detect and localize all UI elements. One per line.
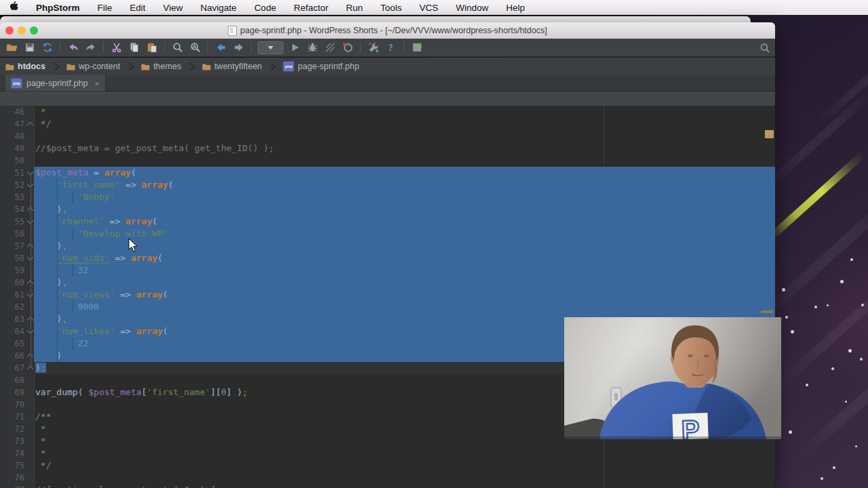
- save-icon[interactable]: [23, 41, 36, 54]
- menu-view[interactable]: View: [163, 3, 183, 13]
- run-config-dropdown[interactable]: [258, 41, 283, 54]
- commit-icon[interactable]: [410, 41, 423, 54]
- menu-file[interactable]: File: [98, 3, 113, 13]
- line-number[interactable]: 69: [0, 386, 24, 399]
- line-number[interactable]: 60: [0, 277, 24, 289]
- line-number[interactable]: 65: [0, 338, 24, 350]
- line-number[interactable]: 59: [0, 264, 24, 277]
- sync-icon[interactable]: [41, 41, 54, 54]
- menu-help[interactable]: Help: [506, 3, 525, 13]
- line-number[interactable]: 64: [0, 325, 24, 338]
- line-number[interactable]: 51: [0, 167, 24, 179]
- run-icon[interactable]: [288, 41, 301, 54]
- code-line-59[interactable]: 59 32: [0, 264, 775, 277]
- code-line-77[interactable]: 77//function clean_post_meta( $a ) {: [0, 484, 775, 488]
- menu-edit[interactable]: Edit: [130, 3, 145, 13]
- line-number[interactable]: 47: [0, 118, 24, 130]
- line-number[interactable]: 49: [0, 142, 24, 155]
- code-line-46[interactable]: 46 *: [0, 106, 775, 118]
- find-icon[interactable]: [171, 41, 184, 54]
- breadcrumb-page-sprintf.php[interactable]: phppage-sprintf.php: [283, 61, 359, 72]
- profile-icon[interactable]: [341, 41, 354, 54]
- line-number[interactable]: 55: [0, 216, 24, 228]
- code-line-74[interactable]: 74 *: [0, 447, 775, 460]
- minimize-window-button[interactable]: [18, 26, 26, 35]
- line-number[interactable]: 58: [0, 252, 24, 264]
- line-number[interactable]: 71: [0, 411, 24, 423]
- line-number[interactable]: 72: [0, 423, 24, 435]
- debug-icon[interactable]: [306, 41, 319, 54]
- line-number[interactable]: 63: [0, 313, 24, 325]
- line-number[interactable]: 52: [0, 179, 24, 191]
- fold-open-icon[interactable]: [27, 169, 34, 176]
- code-line-60[interactable]: 60 ),: [0, 277, 775, 289]
- coverage-icon[interactable]: [323, 41, 336, 54]
- menu-tools[interactable]: Tools: [380, 3, 402, 13]
- search-everywhere-icon[interactable]: [758, 41, 771, 54]
- scrollbar-stripe-mark[interactable]: [765, 130, 774, 138]
- line-number[interactable]: 57: [0, 240, 24, 252]
- redo-icon[interactable]: [84, 41, 97, 54]
- line-number[interactable]: 77: [0, 484, 24, 488]
- fold-close-icon[interactable]: [27, 122, 34, 129]
- tab-close-icon[interactable]: ×: [94, 79, 100, 89]
- paste-icon[interactable]: [145, 41, 158, 54]
- line-number[interactable]: 46: [0, 106, 24, 118]
- code-line-57[interactable]: 57 ),: [0, 240, 775, 252]
- back-icon[interactable]: [214, 41, 227, 54]
- menu-window[interactable]: Window: [456, 3, 488, 13]
- zoom-window-button[interactable]: [30, 26, 38, 35]
- menu-refactor[interactable]: Refactor: [294, 3, 328, 13]
- code-line-51[interactable]: 51$post_meta = array(: [0, 167, 775, 179]
- code-line-54[interactable]: 54 ),: [0, 203, 775, 216]
- tab-page-sprintf[interactable]: php page-sprintf.php ×: [5, 75, 106, 92]
- copy-icon[interactable]: [127, 41, 140, 54]
- document-proxy-icon[interactable]: [228, 26, 237, 36]
- open-icon[interactable]: [5, 41, 18, 54]
- breadcrumb-wp-content[interactable]: wp-content: [66, 62, 120, 71]
- line-number[interactable]: 74: [0, 447, 24, 460]
- code-line-50[interactable]: 50: [0, 155, 775, 167]
- menu-run[interactable]: Run: [346, 3, 363, 13]
- line-number[interactable]: 56: [0, 228, 24, 240]
- line-number[interactable]: 53: [0, 191, 24, 203]
- line-number[interactable]: 75: [0, 460, 24, 472]
- line-number[interactable]: 73: [0, 435, 24, 447]
- code-line-53[interactable]: 53 'Bobby': [0, 191, 775, 203]
- window-titlebar[interactable]: page-sprintf.php - WordPress Shorts - [~…: [0, 22, 775, 39]
- scrollbar-stripe-mark[interactable]: [761, 310, 773, 313]
- fold-close-icon[interactable]: [27, 366, 34, 373]
- help-icon[interactable]: ?: [384, 41, 397, 54]
- breadcrumb-themes[interactable]: themes: [141, 62, 181, 71]
- code-line-56[interactable]: 56 'Develop with WP': [0, 228, 775, 240]
- settings-wrench-icon[interactable]: [367, 41, 380, 54]
- apple-menu[interactable]: [9, 1, 18, 14]
- code-line-55[interactable]: 55 'channel' => array(: [0, 216, 775, 228]
- line-number[interactable]: 48: [0, 130, 24, 142]
- line-number[interactable]: 62: [0, 301, 24, 313]
- menu-navigate[interactable]: Navigate: [201, 3, 237, 13]
- breadcrumb-twentyfifteen[interactable]: twentyfifteen: [202, 62, 262, 71]
- code-line-76[interactable]: 76: [0, 472, 775, 484]
- line-number[interactable]: 67: [0, 362, 24, 374]
- cut-icon[interactable]: [110, 41, 123, 54]
- code-line-49[interactable]: 49//$post_meta = get_post_meta( get_the_…: [0, 142, 775, 155]
- line-number[interactable]: 54: [0, 203, 24, 216]
- line-number[interactable]: 76: [0, 472, 24, 484]
- replace-icon[interactable]: A: [189, 41, 201, 54]
- code-line-62[interactable]: 62 9000: [0, 301, 775, 313]
- menu-phpstorm[interactable]: PhpStorm: [36, 3, 80, 13]
- undo-icon[interactable]: [66, 41, 79, 54]
- close-window-button[interactable]: [5, 26, 14, 35]
- line-number[interactable]: 70: [0, 399, 24, 411]
- line-number[interactable]: 61: [0, 289, 24, 301]
- breadcrumb-htdocs[interactable]: htdocs: [5, 62, 45, 71]
- line-number[interactable]: 68: [0, 374, 24, 386]
- code-line-47[interactable]: 47 */: [0, 118, 775, 130]
- code-line-58[interactable]: 58 'num_vids' => array(: [0, 252, 775, 264]
- forward-icon[interactable]: [232, 41, 245, 54]
- menu-vcs[interactable]: VCS: [419, 3, 438, 13]
- menu-code[interactable]: Code: [254, 3, 276, 13]
- code-line-48[interactable]: 48: [0, 130, 775, 142]
- code-line-61[interactable]: 61 'num_views' => array(: [0, 289, 775, 301]
